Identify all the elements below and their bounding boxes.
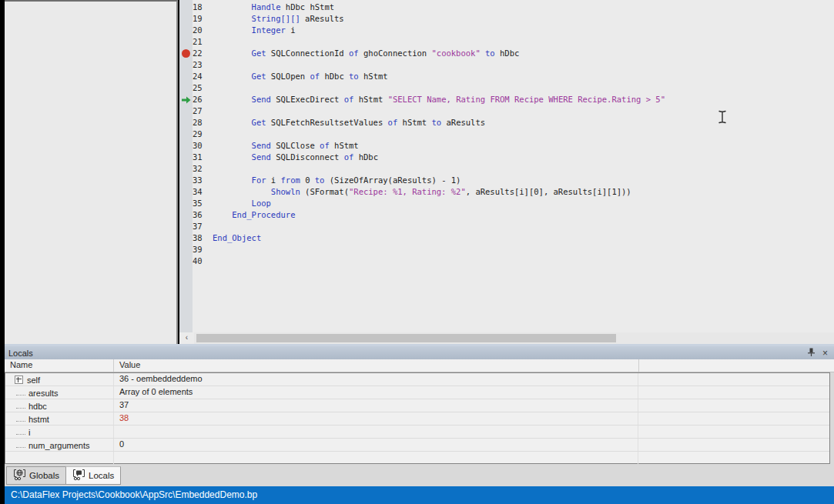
- code-line[interactable]: 23: [179, 59, 834, 71]
- code-text[interactable]: For i from 0 to (SizeOfArray(aResults) -…: [213, 175, 834, 186]
- gutter-margin-cell[interactable]: [179, 198, 193, 209]
- code-text[interactable]: [213, 129, 834, 140]
- code-line[interactable]: 20 Integer i: [179, 25, 834, 36]
- gutter-margin-cell[interactable]: [179, 117, 193, 129]
- tab-locals[interactable]: Locals: [65, 466, 121, 485]
- code-line[interactable]: 26 Send SQLExecDirect of hStmt "SELECT N…: [179, 94, 834, 105]
- code-line[interactable]: 27: [179, 105, 834, 117]
- variable-value-cell[interactable]: 36 - oembeddeddemo: [114, 373, 638, 386]
- code-line[interactable]: 34 Showln (SFormat("Recipe: %1, Rating: …: [179, 186, 834, 198]
- code-text[interactable]: End_Procedure: [213, 209, 834, 221]
- code-line[interactable]: 25: [179, 82, 834, 94]
- code-line[interactable]: 39: [179, 244, 834, 255]
- code-line[interactable]: 28 Get SQLFetchResultsetValues of hStmt …: [179, 117, 834, 129]
- gutter-margin-cell[interactable]: [179, 163, 193, 175]
- gutter-margin-cell[interactable]: [179, 2, 193, 13]
- gutter-margin-cell[interactable]: [179, 105, 193, 117]
- gutter-margin-cell[interactable]: [179, 255, 193, 267]
- scroll-left-button[interactable]: ‹: [179, 332, 194, 344]
- ibeam-cursor: [718, 110, 726, 127]
- gutter-margin-cell[interactable]: [179, 71, 193, 82]
- code-text[interactable]: Send SQLClose of hStmt: [213, 140, 834, 152]
- locals-row[interactable]: hdbc37: [5, 399, 829, 412]
- gutter-margin-cell[interactable]: [179, 209, 193, 221]
- variable-value-cell[interactable]: 0: [114, 439, 638, 451]
- code-line[interactable]: 40: [179, 255, 834, 267]
- variable-name-cell[interactable]: hstmt: [5, 412, 114, 425]
- code-text[interactable]: String[][] aResults: [213, 13, 834, 25]
- code-line[interactable]: 30 Send SQLClose of hStmt: [179, 140, 834, 152]
- code-text[interactable]: Send SQLDisconnect of hDbc: [213, 152, 834, 163]
- code-text[interactable]: [213, 255, 834, 267]
- gutter-margin-cell[interactable]: [179, 244, 193, 255]
- code-text[interactable]: End_Object: [213, 232, 834, 244]
- code-line[interactable]: 33 For i from 0 to (SizeOfArray(aResults…: [179, 175, 834, 186]
- code-text[interactable]: Handle hDbc hStmt: [213, 2, 834, 13]
- scrollbar-thumb[interactable]: [196, 334, 616, 342]
- code-line[interactable]: 32: [179, 163, 834, 175]
- code-line[interactable]: 36 End_Procedure: [179, 209, 834, 221]
- code-line[interactable]: 19 String[][] aResults: [179, 13, 834, 25]
- code-line[interactable]: 37: [179, 221, 834, 232]
- code-text[interactable]: Integer i: [213, 25, 834, 36]
- gutter-margin-cell[interactable]: [179, 25, 193, 36]
- expand-icon[interactable]: [15, 375, 23, 384]
- code-text[interactable]: Get SQLOpen of hDbc to hStmt: [213, 71, 834, 82]
- variable-value-cell[interactable]: Array of 0 elements: [114, 386, 638, 399]
- locals-row[interactable]: i: [5, 426, 829, 439]
- horizontal-scrollbar[interactable]: ‹: [179, 332, 834, 344]
- code-text[interactable]: Send SQLExecDirect of hStmt "SELECT Name…: [213, 94, 834, 105]
- code-line[interactable]: 24 Get SQLOpen of hDbc to hStmt: [179, 71, 834, 82]
- gutter-margin-cell[interactable]: [179, 13, 193, 25]
- code-text[interactable]: [213, 163, 834, 175]
- variable-name-cell[interactable]: i: [5, 426, 114, 438]
- code-line[interactable]: 31 Send SQLDisconnect of hDbc: [179, 152, 834, 163]
- variable-value-cell[interactable]: 37: [114, 399, 638, 412]
- tab-globals[interactable]: Globals: [6, 466, 66, 485]
- code-text[interactable]: [213, 221, 834, 232]
- code-text[interactable]: Get SQLConnectionId of ghoConnection "co…: [213, 48, 834, 59]
- locals-row[interactable]: num_arguments0: [5, 439, 829, 452]
- code-editor[interactable]: 18 Handle hDbc hStmt19 String[][] aResul…: [179, 0, 834, 344]
- gutter-margin-cell[interactable]: [179, 59, 193, 71]
- code-line[interactable]: 38End_Object: [179, 232, 834, 244]
- locals-row[interactable]: hstmt38: [5, 412, 829, 426]
- code-text[interactable]: [213, 105, 834, 117]
- gutter-margin-cell[interactable]: [179, 152, 193, 163]
- code-line[interactable]: 29: [179, 129, 834, 140]
- column-header-value[interactable]: Value: [114, 359, 639, 372]
- gutter-margin-cell[interactable]: [179, 186, 193, 198]
- code-text[interactable]: Showln (SFormat("Recipe: %1, Rating: %2"…: [213, 186, 834, 198]
- variable-value-cell[interactable]: [114, 426, 638, 438]
- code-line[interactable]: 18 Handle hDbc hStmt: [179, 2, 834, 13]
- locals-row[interactable]: aresultsArray of 0 elements: [5, 386, 829, 399]
- code-text[interactable]: [213, 82, 834, 94]
- variable-name-cell[interactable]: aresults: [5, 386, 114, 399]
- gutter-margin-cell[interactable]: [179, 82, 193, 94]
- code-line[interactable]: 22 Get SQLConnectionId of ghoConnection …: [179, 48, 834, 59]
- code-line[interactable]: 35 Loop: [179, 198, 834, 209]
- gutter-margin-cell[interactable]: [179, 221, 193, 232]
- gutter-margin-cell[interactable]: [179, 36, 193, 48]
- code-text[interactable]: [213, 59, 834, 71]
- code-text[interactable]: [213, 36, 834, 48]
- variable-name-cell[interactable]: self: [5, 373, 114, 386]
- code-text[interactable]: Get SQLFetchResultsetValues of hStmt to …: [213, 117, 834, 129]
- variable-name-cell[interactable]: hdbc: [5, 399, 114, 412]
- pin-icon[interactable]: [807, 348, 815, 358]
- code-text[interactable]: Loop: [213, 198, 834, 209]
- locals-grid[interactable]: self36 - oembeddeddemoaresultsArray of 0…: [5, 372, 830, 464]
- column-header-name[interactable]: Name: [5, 359, 114, 372]
- variable-value-cell[interactable]: 38: [114, 412, 638, 425]
- gutter-margin-cell[interactable]: [179, 232, 193, 244]
- locals-column-headers[interactable]: Name Value: [5, 359, 834, 372]
- variable-name-cell[interactable]: num_arguments: [5, 439, 114, 451]
- locals-row[interactable]: self36 - oembeddeddemo: [5, 373, 829, 386]
- gutter-margin-cell[interactable]: [179, 140, 193, 152]
- code-text[interactable]: [213, 244, 834, 255]
- gutter-margin-cell[interactable]: [179, 129, 193, 140]
- gutter-margin-cell[interactable]: [179, 175, 193, 186]
- breakpoint-indicator[interactable]: [179, 48, 193, 59]
- code-line[interactable]: 21: [179, 36, 834, 48]
- close-icon[interactable]: ×: [822, 349, 828, 358]
